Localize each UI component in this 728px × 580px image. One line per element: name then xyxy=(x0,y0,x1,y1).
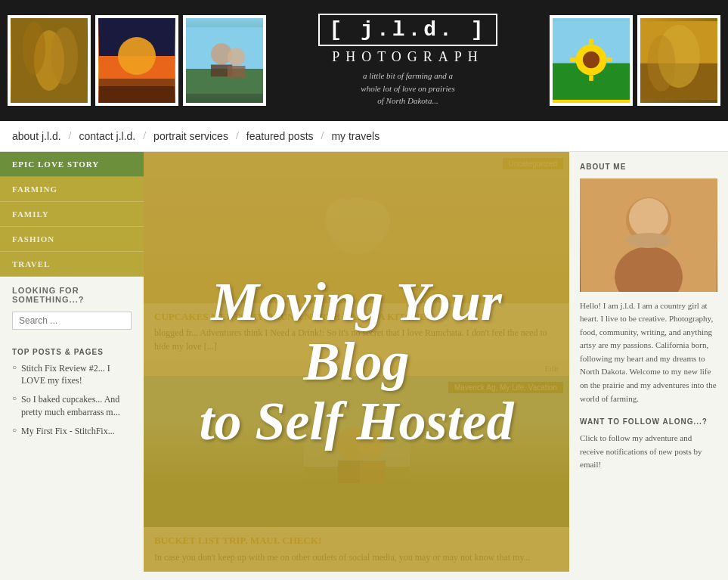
sidebar-item-farming[interactable]: FARMING xyxy=(0,177,144,202)
header-photo-field xyxy=(637,15,720,106)
logo-subtitle: PHOTOGRAPH xyxy=(278,49,537,65)
sidebar-item-epic-love-story[interactable]: EPIC LOVE STORY xyxy=(0,152,144,177)
content-center: Moving Your Blog to Self Hosted Uncatego… xyxy=(144,152,569,572)
svg-point-3 xyxy=(51,27,78,85)
search-box xyxy=(12,312,132,330)
svg-point-26 xyxy=(647,35,675,91)
logo-text: [ j.l.d. ] xyxy=(318,14,497,46)
svg-point-12 xyxy=(228,48,246,66)
list-item[interactable]: So I baked cupcakes... And pretty much e… xyxy=(12,393,132,419)
sidebar-right: ABOUT ME Hello! I am j.l.d. I am a count… xyxy=(569,152,728,572)
looking-for-label: LOOKING FOR SOMETHING...? xyxy=(0,277,144,309)
svg-point-2 xyxy=(23,22,45,75)
main-layout: EPIC LOVE STORY FARMING FAMILY FASHION T… xyxy=(0,152,728,572)
nav-portrait[interactable]: portrait services xyxy=(153,130,228,142)
svg-point-18 xyxy=(583,51,599,68)
top-posts-title: TOP POSTS & PAGES xyxy=(12,348,132,356)
about-title: ABOUT ME xyxy=(580,163,717,171)
nav-contact[interactable]: contact j.l.d. xyxy=(79,130,136,142)
search-input[interactable] xyxy=(12,312,132,330)
nav-travels[interactable]: my travels xyxy=(331,130,379,142)
nav-about[interactable]: about j.l.d. xyxy=(12,130,61,142)
svg-point-40 xyxy=(629,198,668,237)
svg-rect-14 xyxy=(228,66,246,78)
sidebar-item-family[interactable]: FAMILY xyxy=(0,202,144,227)
site-logo: [ j.l.d. ] PHOTOGRAPH a little bit of fa… xyxy=(271,6,545,115)
nav-sep-4: / xyxy=(321,130,324,142)
logo-tagline: a little bit of farming and awhole lot o… xyxy=(278,70,537,107)
sidebar-left: EPIC LOVE STORY FARMING FAMILY FASHION T… xyxy=(0,152,144,572)
svg-point-7 xyxy=(118,37,156,75)
site-header: [ j.l.d. ] PHOTOGRAPH a little bit of fa… xyxy=(0,0,728,121)
top-posts-list: Stitch Fix Review #2... I LOVE my fixes!… xyxy=(12,362,132,438)
nav-sep-1: / xyxy=(69,130,72,142)
list-item[interactable]: My First Fix - StitchFix... xyxy=(12,425,132,438)
top-posts-section: TOP POSTS & PAGES Stitch Fix Review #2..… xyxy=(0,339,144,453)
about-photo xyxy=(580,178,717,292)
nav-sep-2: / xyxy=(143,130,146,142)
sidebar-item-fashion[interactable]: FASHION xyxy=(0,227,144,252)
about-text: Hello! I am j.l.d. I am a country girl a… xyxy=(580,299,717,406)
sidebar-item-travel[interactable]: TRAVEL xyxy=(0,252,144,277)
header-photo-sunflower xyxy=(550,15,633,106)
featured-overlay[interactable]: Moving Your Blog to Self Hosted xyxy=(144,152,569,572)
header-photo-sunset xyxy=(95,15,178,106)
header-photo-corn xyxy=(8,15,91,106)
list-item[interactable]: Stitch Fix Review #2... I LOVE my fixes! xyxy=(12,362,132,388)
header-photo-couple xyxy=(183,15,266,106)
follow-text: Click to follow my adventure and receive… xyxy=(580,432,717,472)
nav-sep-3: / xyxy=(236,130,239,142)
featured-overlay-text: Moving Your Blog to Self Hosted xyxy=(144,257,569,467)
nav-featured[interactable]: featured posts xyxy=(246,130,314,142)
svg-rect-8 xyxy=(99,86,175,103)
follow-title: WANT TO FOLLOW ALONG...? xyxy=(580,417,717,426)
svg-point-41 xyxy=(626,233,671,248)
main-nav: about j.l.d. / contact j.l.d. / portrait… xyxy=(0,121,728,152)
